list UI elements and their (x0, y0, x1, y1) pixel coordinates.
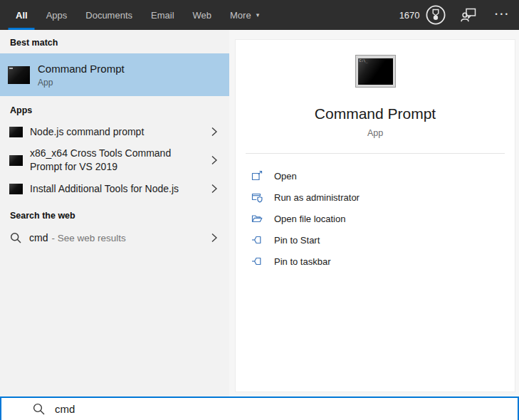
command-prompt-icon-large: C:\_ (355, 55, 396, 88)
list-item-label: Node.js command prompt (30, 125, 144, 139)
best-match-item[interactable]: Command Prompt App (0, 53, 229, 96)
tab-more-label: More (230, 10, 251, 21)
terminal-app-icon (9, 127, 23, 137)
search-filter-tabs: All Apps Documents Email Web More ▾ (0, 0, 259, 30)
more-options-icon[interactable]: ••• (496, 11, 510, 19)
web-query-text: cmd (29, 232, 48, 243)
chevron-right-icon[interactable] (211, 127, 218, 137)
tab-apps[interactable]: Apps (46, 0, 68, 30)
web-query-hint: - See web results (51, 233, 125, 243)
admin-shield-icon (251, 191, 263, 203)
best-match-text: Command Prompt App (38, 62, 125, 88)
list-item-nodejs-command-prompt[interactable]: Node.js command prompt (0, 120, 229, 144)
tab-documents[interactable]: Documents (85, 0, 132, 30)
apps-section-header: Apps (0, 96, 229, 120)
action-open[interactable]: Open (236, 165, 515, 187)
tab-web[interactable]: Web (193, 0, 212, 30)
list-item-web-search-cmd[interactable]: cmd - See web results (0, 225, 229, 251)
terminal-screen: C:\_ (358, 58, 393, 85)
preview-panel-area: C:\_ Command Prompt App (229, 30, 519, 397)
chevron-right-icon[interactable] (211, 233, 218, 243)
tab-email[interactable]: Email (151, 0, 174, 30)
tab-more[interactable]: More ▾ (230, 0, 259, 30)
terminal-prompt-text: C:\_ (360, 59, 368, 63)
action-pin-to-taskbar[interactable]: Pin to taskbar (236, 251, 515, 272)
best-match-title: Command Prompt (38, 62, 125, 75)
terminal-app-icon (9, 155, 23, 166)
search-icon (33, 403, 45, 415)
command-prompt-icon (8, 66, 30, 84)
terminal-app-icon (9, 184, 23, 194)
header-right-controls: 1670 ••• (399, 0, 519, 30)
action-label: Pin to Start (274, 235, 320, 246)
chevron-right-icon[interactable] (211, 155, 218, 165)
list-item-install-additional-tools[interactable]: Install Additional Tools for Node.js (0, 177, 229, 201)
action-pin-to-start[interactable]: Pin to Start (236, 229, 515, 251)
rewards-medal-icon[interactable] (425, 4, 446, 26)
search-bar[interactable] (0, 397, 519, 420)
results-list-panel: Best match Command Prompt App Apps Node.… (0, 30, 229, 397)
folder-open-icon (251, 213, 263, 224)
action-label: Open (274, 171, 297, 182)
preview-card: C:\_ Command Prompt App (235, 39, 515, 392)
best-match-subtitle: App (38, 78, 125, 88)
action-label: Open file location (274, 214, 345, 224)
open-window-icon (251, 170, 263, 182)
action-label: Pin to taskbar (274, 256, 331, 267)
chevron-right-icon[interactable] (211, 184, 218, 194)
search-the-web-header: Search the web (0, 201, 229, 225)
chevron-down-icon: ▾ (256, 11, 260, 19)
action-label: Run as administrator (274, 192, 360, 203)
preview-app-subtitle: App (236, 127, 515, 139)
action-run-as-administrator[interactable]: Run as administrator (236, 187, 515, 208)
preview-app-title: Command Prompt (236, 105, 515, 123)
best-match-header: Best match (0, 30, 229, 53)
rewards-points: 1670 (399, 10, 420, 21)
search-results-body: Best match Command Prompt App Apps Node.… (0, 30, 519, 397)
feedback-icon[interactable] (461, 8, 476, 22)
list-item-label: x86_x64 Cross Tools Command Prompt for V… (30, 147, 187, 174)
pin-icon (251, 234, 263, 246)
action-open-file-location[interactable]: Open file location (236, 208, 515, 229)
list-item-x86-x64-cross-tools[interactable]: x86_x64 Cross Tools Command Prompt for V… (0, 144, 229, 177)
windows-search-flyout: All Apps Documents Email Web More ▾ 1670 (0, 0, 519, 420)
pin-icon (251, 256, 263, 267)
context-actions-list: Open Run as administrator (236, 154, 515, 272)
list-item-label: Install Additional Tools for Node.js (30, 182, 179, 196)
tab-all[interactable]: All (16, 0, 28, 30)
search-input[interactable] (55, 398, 518, 420)
search-header: All Apps Documents Email Web More ▾ 1670 (0, 0, 519, 30)
search-icon (10, 232, 21, 243)
